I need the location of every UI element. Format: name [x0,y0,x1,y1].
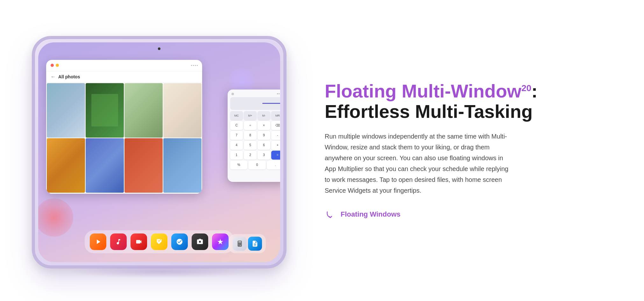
calc-5-button[interactable]: 5 [244,141,257,150]
resize-dot-2 [193,65,194,66]
photos-window[interactable]: ← All photos [46,60,202,194]
resize-dot-3 [195,65,196,66]
photo-cell-5[interactable] [47,138,85,193]
tablet-dock [85,230,234,253]
content-section: Floating Multi-Window20: Effortless Mult… [299,81,619,220]
floating-toolbar [229,234,266,253]
calc-display [230,97,280,110]
description-text: Run multiple windows independently at th… [325,131,509,196]
dock-icon-camera[interactable] [192,233,208,250]
blob-left [38,198,73,237]
calc-percent-button[interactable]: % [230,161,247,169]
calc-close-button[interactable] [231,93,234,95]
calc-3-button[interactable]: 3 [258,151,270,160]
floating-label: Floating Windows [325,209,599,220]
calc-4-button[interactable]: 4 [230,141,243,150]
calc-1-button[interactable]: 1 [230,151,243,160]
calc-resize-dot-1 [277,93,278,94]
dock-icon-video[interactable] [131,233,147,250]
calc-multiply-button[interactable]: × [258,121,270,130]
photo-cell-8[interactable] [163,138,202,193]
calc-row-5: 1 2 3 = [230,151,280,160]
calc-mc-button[interactable]: MC [230,111,243,120]
calc-0-button[interactable]: 0 [248,161,265,169]
calc-equals-button[interactable]: = [271,151,280,160]
calc-titlebar [230,92,280,96]
photo-cell-2[interactable] [86,83,124,138]
calculator-window[interactable]: MC M+ M- MR C ÷ × ⌫ [228,90,280,182]
resize-dot-4 [197,65,198,66]
calc-plus-button[interactable]: + [271,141,280,150]
calc-backspace-button[interactable]: ⌫ [271,121,280,130]
calc-row-2: C ÷ × ⌫ [230,121,280,130]
photos-grid [46,82,202,193]
floating-label-text: Floating Windows [341,210,400,219]
titlebar-resize [191,65,198,66]
calc-c-button[interactable]: C [230,121,243,130]
photos-nav: ← All photos [46,71,202,82]
heading-primary-text: Floating Multi-Window [325,81,521,101]
dock-icon-music[interactable] [110,233,127,250]
calc-row-4: 4 5 6 + [230,141,280,150]
calc-row-1: MC M+ M- MR [230,111,280,120]
photo-cell-6[interactable] [86,138,124,193]
dock-icon-notes[interactable] [151,233,167,250]
photo-cell-4[interactable] [163,83,202,138]
heading-colon: : [531,81,537,101]
calc-buttons: MC M+ M- MR C ÷ × ⌫ [230,111,280,169]
close-button[interactable] [51,64,54,67]
calc-9-button[interactable]: 9 [258,131,270,140]
tablet-device: ← All photos [32,36,287,269]
calc-resize-icon [277,93,280,94]
calc-8-button[interactable]: 8 [244,131,257,140]
tablet-section: ← All photos [25,14,299,288]
calc-2-button[interactable]: 2 [244,151,257,160]
calc-row-3: 7 8 9 - [230,131,280,140]
calc-mr-button[interactable]: MR [271,111,280,120]
calc-6-button[interactable]: 6 [258,141,270,150]
calc-row-6: % 0 . [230,161,280,169]
photos-nav-title: All photos [58,74,80,79]
heading-secondary: Effortless Multi-Tasking [325,101,599,122]
calc-7-button[interactable]: 7 [230,131,243,140]
superscript: 20 [521,83,531,93]
svg-marker-0 [97,240,100,244]
minimize-button[interactable] [56,64,59,67]
calc-resize-dot-2 [279,93,280,94]
calc-mplus-button[interactable]: M+ [244,111,257,120]
dock-icon-network[interactable] [171,233,188,250]
back-arrow-icon[interactable]: ← [51,74,56,80]
photos-titlebar [46,60,202,71]
page-container: ← All photos [0,0,644,301]
toolbar-calc-icon[interactable] [233,237,247,251]
titlebar-buttons [51,64,59,67]
heading-primary: Floating Multi-Window20: [325,81,599,101]
photos-bottom-bar [46,193,202,194]
calc-display-bar [262,103,280,104]
tablet-camera [158,47,160,50]
calc-mminus-button[interactable]: M- [258,111,270,120]
toolbar-doc-icon[interactable] [248,237,262,251]
tablet-shadow [67,265,258,278]
photo-cell-1[interactable] [47,83,85,138]
arrow-icon [325,209,336,220]
photo-cell-3[interactable] [124,83,163,138]
dock-icon-play[interactable] [90,233,106,250]
calc-dot-button[interactable]: . [267,161,280,169]
tablet-outer: ← All photos [32,26,293,275]
heading-wrapper: Floating Multi-Window20: Effortless Mult… [325,81,599,122]
tablet-screen: ← All photos [38,42,280,262]
calc-divide-button[interactable]: ÷ [244,121,257,130]
dock-icon-sparkle[interactable] [212,233,229,250]
calc-minus-button[interactable]: - [271,131,280,140]
photo-cell-7[interactable] [124,138,163,193]
resize-dot-1 [191,65,192,66]
